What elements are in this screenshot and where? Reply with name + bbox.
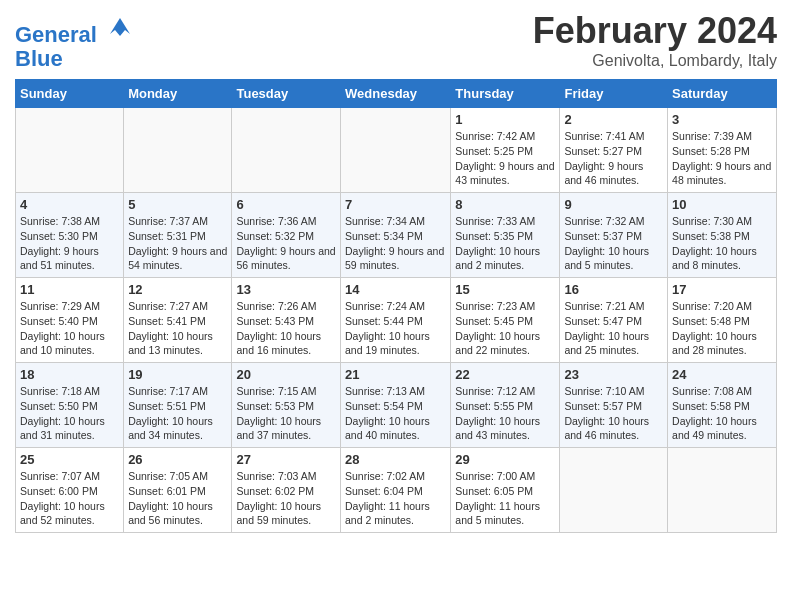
day-info: Sunrise: 7:02 AM Sunset: 6:04 PM Dayligh… [345,469,446,528]
logo-line1: General [15,22,97,47]
logo-line2: Blue [15,46,63,71]
empty-cell [16,108,124,193]
day-cell-23: 23Sunrise: 7:10 AM Sunset: 5:57 PM Dayli… [560,363,668,448]
day-number: 29 [455,452,555,467]
day-number: 15 [455,282,555,297]
day-number: 14 [345,282,446,297]
day-number: 16 [564,282,663,297]
day-cell-13: 13Sunrise: 7:26 AM Sunset: 5:43 PM Dayli… [232,278,341,363]
day-info: Sunrise: 7:15 AM Sunset: 5:53 PM Dayligh… [236,384,336,443]
day-cell-10: 10Sunrise: 7:30 AM Sunset: 5:38 PM Dayli… [668,193,777,278]
day-number: 19 [128,367,227,382]
day-info: Sunrise: 7:12 AM Sunset: 5:55 PM Dayligh… [455,384,555,443]
month-title: February 2024 [533,10,777,52]
header-row: SundayMondayTuesdayWednesdayThursdayFrid… [16,80,777,108]
day-number: 22 [455,367,555,382]
day-number: 21 [345,367,446,382]
day-cell-22: 22Sunrise: 7:12 AM Sunset: 5:55 PM Dayli… [451,363,560,448]
title-area: February 2024 Genivolta, Lombardy, Italy [533,10,777,70]
col-header-friday: Friday [560,80,668,108]
day-cell-19: 19Sunrise: 7:17 AM Sunset: 5:51 PM Dayli… [124,363,232,448]
day-number: 3 [672,112,772,127]
day-cell-18: 18Sunrise: 7:18 AM Sunset: 5:50 PM Dayli… [16,363,124,448]
day-cell-21: 21Sunrise: 7:13 AM Sunset: 5:54 PM Dayli… [341,363,451,448]
day-info: Sunrise: 7:05 AM Sunset: 6:01 PM Dayligh… [128,469,227,528]
day-info: Sunrise: 7:21 AM Sunset: 5:47 PM Dayligh… [564,299,663,358]
day-info: Sunrise: 7:26 AM Sunset: 5:43 PM Dayligh… [236,299,336,358]
day-number: 24 [672,367,772,382]
col-header-tuesday: Tuesday [232,80,341,108]
day-number: 18 [20,367,119,382]
day-cell-27: 27Sunrise: 7:03 AM Sunset: 6:02 PM Dayli… [232,448,341,533]
day-info: Sunrise: 7:23 AM Sunset: 5:45 PM Dayligh… [455,299,555,358]
location: Genivolta, Lombardy, Italy [533,52,777,70]
svg-marker-0 [110,18,130,36]
day-cell-26: 26Sunrise: 7:05 AM Sunset: 6:01 PM Dayli… [124,448,232,533]
day-info: Sunrise: 7:33 AM Sunset: 5:35 PM Dayligh… [455,214,555,273]
week-row-2: 4Sunrise: 7:38 AM Sunset: 5:30 PM Daylig… [16,193,777,278]
day-cell-3: 3Sunrise: 7:39 AM Sunset: 5:28 PM Daylig… [668,108,777,193]
day-cell-9: 9Sunrise: 7:32 AM Sunset: 5:37 PM Daylig… [560,193,668,278]
col-header-monday: Monday [124,80,232,108]
day-info: Sunrise: 7:30 AM Sunset: 5:38 PM Dayligh… [672,214,772,273]
day-cell-25: 25Sunrise: 7:07 AM Sunset: 6:00 PM Dayli… [16,448,124,533]
day-info: Sunrise: 7:36 AM Sunset: 5:32 PM Dayligh… [236,214,336,273]
day-number: 26 [128,452,227,467]
day-info: Sunrise: 7:32 AM Sunset: 5:37 PM Dayligh… [564,214,663,273]
day-number: 23 [564,367,663,382]
day-number: 6 [236,197,336,212]
day-cell-29: 29Sunrise: 7:00 AM Sunset: 6:05 PM Dayli… [451,448,560,533]
empty-cell [560,448,668,533]
day-info: Sunrise: 7:17 AM Sunset: 5:51 PM Dayligh… [128,384,227,443]
day-cell-17: 17Sunrise: 7:20 AM Sunset: 5:48 PM Dayli… [668,278,777,363]
day-info: Sunrise: 7:08 AM Sunset: 5:58 PM Dayligh… [672,384,772,443]
day-number: 12 [128,282,227,297]
day-cell-28: 28Sunrise: 7:02 AM Sunset: 6:04 PM Dayli… [341,448,451,533]
day-info: Sunrise: 7:20 AM Sunset: 5:48 PM Dayligh… [672,299,772,358]
day-number: 9 [564,197,663,212]
day-cell-15: 15Sunrise: 7:23 AM Sunset: 5:45 PM Dayli… [451,278,560,363]
logo-bird-icon [105,14,135,42]
day-number: 20 [236,367,336,382]
empty-cell [668,448,777,533]
day-number: 1 [455,112,555,127]
empty-cell [124,108,232,193]
day-info: Sunrise: 7:34 AM Sunset: 5:34 PM Dayligh… [345,214,446,273]
day-number: 27 [236,452,336,467]
day-info: Sunrise: 7:00 AM Sunset: 6:05 PM Dayligh… [455,469,555,528]
day-number: 2 [564,112,663,127]
day-cell-12: 12Sunrise: 7:27 AM Sunset: 5:41 PM Dayli… [124,278,232,363]
day-number: 5 [128,197,227,212]
day-info: Sunrise: 7:42 AM Sunset: 5:25 PM Dayligh… [455,129,555,188]
day-info: Sunrise: 7:24 AM Sunset: 5:44 PM Dayligh… [345,299,446,358]
day-info: Sunrise: 7:38 AM Sunset: 5:30 PM Dayligh… [20,214,119,273]
logo: General Blue [15,14,135,71]
day-cell-24: 24Sunrise: 7:08 AM Sunset: 5:58 PM Dayli… [668,363,777,448]
day-number: 25 [20,452,119,467]
day-number: 10 [672,197,772,212]
day-info: Sunrise: 7:37 AM Sunset: 5:31 PM Dayligh… [128,214,227,273]
week-row-4: 18Sunrise: 7:18 AM Sunset: 5:50 PM Dayli… [16,363,777,448]
day-number: 17 [672,282,772,297]
empty-cell [232,108,341,193]
day-info: Sunrise: 7:07 AM Sunset: 6:00 PM Dayligh… [20,469,119,528]
day-cell-11: 11Sunrise: 7:29 AM Sunset: 5:40 PM Dayli… [16,278,124,363]
day-info: Sunrise: 7:39 AM Sunset: 5:28 PM Dayligh… [672,129,772,188]
week-row-1: 1Sunrise: 7:42 AM Sunset: 5:25 PM Daylig… [16,108,777,193]
day-cell-16: 16Sunrise: 7:21 AM Sunset: 5:47 PM Dayli… [560,278,668,363]
day-cell-2: 2Sunrise: 7:41 AM Sunset: 5:27 PM Daylig… [560,108,668,193]
day-info: Sunrise: 7:03 AM Sunset: 6:02 PM Dayligh… [236,469,336,528]
day-info: Sunrise: 7:13 AM Sunset: 5:54 PM Dayligh… [345,384,446,443]
day-info: Sunrise: 7:29 AM Sunset: 5:40 PM Dayligh… [20,299,119,358]
day-number: 8 [455,197,555,212]
day-number: 13 [236,282,336,297]
col-header-sunday: Sunday [16,80,124,108]
day-cell-7: 7Sunrise: 7:34 AM Sunset: 5:34 PM Daylig… [341,193,451,278]
day-cell-4: 4Sunrise: 7:38 AM Sunset: 5:30 PM Daylig… [16,193,124,278]
day-info: Sunrise: 7:18 AM Sunset: 5:50 PM Dayligh… [20,384,119,443]
header: General Blue February 2024 Genivolta, Lo… [15,10,777,71]
day-info: Sunrise: 7:10 AM Sunset: 5:57 PM Dayligh… [564,384,663,443]
day-cell-6: 6Sunrise: 7:36 AM Sunset: 5:32 PM Daylig… [232,193,341,278]
col-header-wednesday: Wednesday [341,80,451,108]
day-cell-1: 1Sunrise: 7:42 AM Sunset: 5:25 PM Daylig… [451,108,560,193]
